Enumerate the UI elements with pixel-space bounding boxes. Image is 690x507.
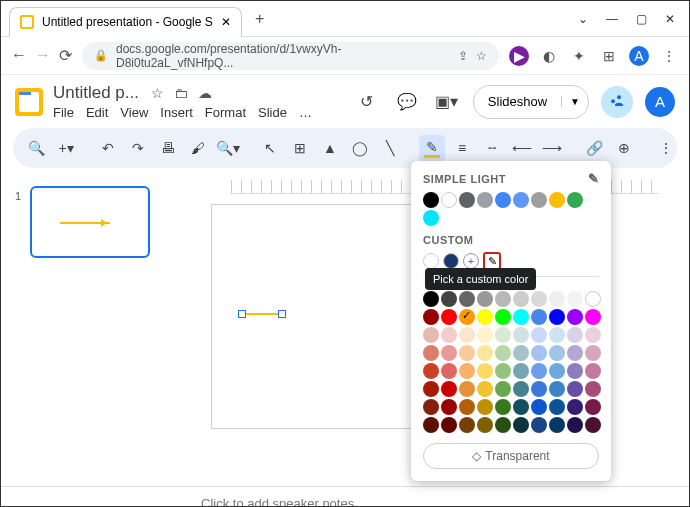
color-swatch[interactable] [441,363,457,379]
color-swatch[interactable] [495,417,511,433]
window-minimize[interactable]: — [606,12,618,26]
back-button[interactable]: ← [11,46,27,65]
color-swatch[interactable] [477,291,493,307]
extensions-menu-icon[interactable]: ⊞ [599,46,619,66]
color-swatch[interactable] [567,363,583,379]
theme-swatch[interactable] [441,192,457,208]
star-icon[interactable]: ☆ [151,85,164,101]
window-maximize[interactable]: ▢ [636,12,647,26]
undo-icon[interactable]: ↶ [95,135,121,161]
color-swatch[interactable] [531,291,547,307]
speaker-notes[interactable]: Click to add speaker notes [1,486,689,507]
hide-menus-icon[interactable]: ⌃ [683,135,690,161]
color-swatch[interactable] [495,381,511,397]
menu-slide[interactable]: Slide [258,105,287,120]
color-swatch[interactable] [459,327,475,343]
account-avatar[interactable]: A [645,87,675,117]
line-weight-icon[interactable]: ≡ [449,135,475,161]
color-swatch[interactable] [513,381,529,397]
color-swatch[interactable] [567,291,583,307]
color-swatch[interactable] [585,291,601,307]
color-swatch[interactable] [549,291,565,307]
color-swatch[interactable] [459,291,475,307]
color-swatch[interactable] [423,363,439,379]
line-start-icon[interactable]: ⟵ [509,135,535,161]
document-title[interactable]: Untitled p... [53,83,139,102]
color-swatch[interactable] [513,327,529,343]
color-swatch[interactable] [585,381,601,397]
line-dash-icon[interactable]: ╌ [479,135,505,161]
color-swatch[interactable] [549,309,565,325]
color-swatch[interactable] [585,309,601,325]
color-swatch[interactable] [477,345,493,361]
theme-swatch[interactable] [423,210,439,226]
theme-swatch[interactable] [513,192,529,208]
zoom-icon[interactable]: 🔍▾ [215,135,241,161]
cloud-status-icon[interactable]: ☁ [198,85,212,101]
color-swatch[interactable] [495,327,511,343]
color-swatch[interactable] [585,399,601,415]
color-swatch[interactable] [549,363,565,379]
slide-thumbnail-1[interactable] [30,186,150,258]
window-close[interactable]: ✕ [665,12,675,26]
color-swatch[interactable] [441,327,457,343]
color-swatch[interactable] [567,381,583,397]
color-swatch[interactable] [495,309,511,325]
insert-link-icon[interactable]: 🔗 [581,135,607,161]
color-swatch[interactable] [441,399,457,415]
new-tab-button[interactable]: + [248,7,272,31]
slides-logo[interactable] [15,88,43,116]
share-button[interactable] [601,86,633,118]
color-swatch[interactable] [531,381,547,397]
color-swatch[interactable] [567,309,583,325]
extension-icon-3[interactable]: ✦ [569,46,589,66]
color-swatch[interactable] [477,327,493,343]
menu-view[interactable]: View [120,105,148,120]
color-swatch[interactable] [423,399,439,415]
color-swatch[interactable] [441,291,457,307]
theme-swatch[interactable] [495,192,511,208]
color-swatch[interactable] [495,291,511,307]
theme-swatch[interactable] [477,192,493,208]
custom-swatch-1[interactable] [423,253,439,269]
color-swatch[interactable] [531,399,547,415]
image-icon[interactable]: ▲ [317,135,343,161]
color-swatch[interactable] [513,345,529,361]
theme-swatch[interactable] [423,192,439,208]
shape-icon[interactable]: ◯ [347,135,373,161]
color-swatch[interactable] [423,417,439,433]
color-swatch[interactable] [513,291,529,307]
color-swatch[interactable] [441,417,457,433]
address-bar[interactable]: 🔒 docs.google.com/presentation/d/1vwxyVh… [82,42,499,70]
color-swatch[interactable] [567,417,583,433]
add-custom-color-button[interactable]: + [463,253,479,269]
slideshow-button[interactable]: Slideshow ▼ [473,85,589,119]
extension-icon-1[interactable]: ▶ [509,46,529,66]
color-swatch[interactable] [549,345,565,361]
color-swatch[interactable] [477,417,493,433]
browser-menu-icon[interactable]: ⋮ [659,46,679,66]
redo-icon[interactable]: ↷ [125,135,151,161]
color-swatch[interactable] [423,327,439,343]
color-swatch[interactable] [531,309,547,325]
profile-icon[interactable]: A [629,46,649,66]
color-swatch[interactable] [459,381,475,397]
browser-tab[interactable]: Untitled presentation - Google S ✕ [9,7,242,37]
color-swatch[interactable] [585,417,601,433]
color-swatch[interactable] [441,345,457,361]
color-swatch[interactable] [495,399,511,415]
line-color-icon[interactable]: ✎ [419,135,445,161]
select-tool-icon[interactable]: ↖ [257,135,283,161]
share-url-icon[interactable]: ⇪ [458,49,468,63]
menu-edit[interactable]: Edit [86,105,108,120]
search-menu-icon[interactable]: 🔍 [23,135,49,161]
color-swatch[interactable] [477,399,493,415]
color-swatch[interactable] [567,399,583,415]
color-swatch[interactable] [549,399,565,415]
paint-format-icon[interactable]: 🖌 [185,135,211,161]
color-swatch[interactable] [531,345,547,361]
bookmark-icon[interactable]: ☆ [476,49,487,63]
window-chevron-icon[interactable]: ⌄ [578,12,588,26]
color-swatch[interactable] [531,363,547,379]
slideshow-dropdown[interactable]: ▼ [561,96,588,107]
